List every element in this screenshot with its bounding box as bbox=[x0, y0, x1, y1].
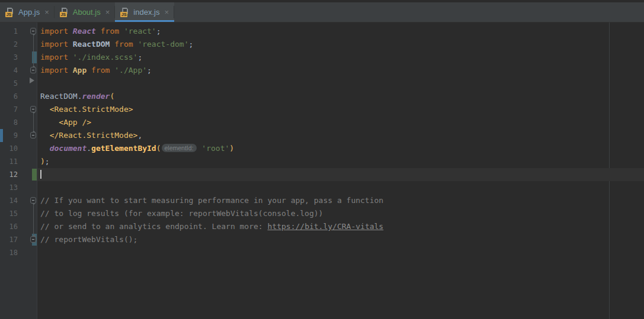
javascript-file-icon: JS bbox=[120, 8, 130, 17]
fold-region-line bbox=[33, 34, 34, 67]
fold-start-icon[interactable] bbox=[30, 106, 36, 112]
line-number: 18 bbox=[0, 246, 18, 259]
code-line-3[interactable]: 3import './index.scss'; bbox=[0, 51, 644, 64]
code-text: </React.StrictMode>, bbox=[40, 129, 644, 142]
code-line-7[interactable]: 7 <React.StrictMode> bbox=[0, 103, 644, 116]
code-line-15[interactable]: 15// to log results (for example: report… bbox=[0, 207, 644, 220]
editor-tab-bar: JSApp.js×JSAbout.js×JSindex.js× bbox=[0, 2, 644, 22]
fold-region-line bbox=[33, 112, 34, 132]
line-number: 4 bbox=[0, 64, 18, 77]
tab-appjs[interactable]: JSApp.js× bbox=[0, 2, 55, 22]
code-line-8[interactable]: 8 <App /> bbox=[0, 116, 644, 129]
parameter-hint: elementId: bbox=[162, 144, 197, 152]
line-number: 7 bbox=[0, 103, 18, 116]
code-text: // If you want to start measuring perfor… bbox=[40, 194, 644, 207]
code-line-11[interactable]: 11); bbox=[0, 155, 644, 168]
code-text: document.getElementById(elementId: 'root… bbox=[40, 142, 644, 155]
tab-aboutjs[interactable]: JSAbout.js× bbox=[55, 2, 116, 22]
fold-end-icon[interactable] bbox=[30, 132, 36, 138]
code-line-9[interactable]: 9 </React.StrictMode>, bbox=[0, 129, 644, 142]
code-line-16[interactable]: 16// or send to an analytics endpoint. L… bbox=[0, 220, 644, 233]
code-line-2[interactable]: 2import ReactDOM from 'react-dom'; bbox=[0, 38, 644, 51]
code-line-6[interactable]: 6ReactDOM.render( bbox=[0, 90, 644, 103]
tab-label: index.js bbox=[133, 8, 159, 17]
fold-end-icon[interactable] bbox=[30, 67, 36, 73]
line-number: 12 bbox=[0, 168, 18, 181]
code-line-14[interactable]: 14// If you want to start measuring perf… bbox=[0, 194, 644, 207]
tab-close-icon[interactable]: × bbox=[164, 8, 169, 17]
code-line-18[interactable]: 18 bbox=[0, 246, 644, 259]
line-number: 10 bbox=[0, 142, 18, 155]
code-line-4[interactable]: 4import App from './App'; bbox=[0, 64, 644, 77]
code-text bbox=[40, 181, 644, 194]
tab-indexjs[interactable]: JSindex.js× bbox=[115, 2, 174, 22]
code-line-17[interactable]: 17// reportWebVitals(); bbox=[0, 233, 644, 246]
code-line-5[interactable]: 5 bbox=[0, 77, 644, 90]
line-number: 14 bbox=[0, 194, 18, 207]
line-number: 11 bbox=[0, 155, 18, 168]
code-text: <App /> bbox=[40, 116, 644, 129]
code-line-1[interactable]: 1import React from 'react'; bbox=[0, 25, 644, 38]
editor-pane[interactable]: 1import React from 'react';2import React… bbox=[0, 22, 644, 319]
line-number: 6 bbox=[0, 90, 18, 103]
code-text bbox=[40, 168, 644, 181]
tab-close-icon[interactable]: × bbox=[105, 8, 110, 17]
ide-window: JSApp.js×JSAbout.js×JSindex.js× 1import … bbox=[0, 0, 644, 319]
code-text: import ReactDOM from 'react-dom'; bbox=[40, 38, 644, 51]
code-text: // or send to an analytics endpoint. Lea… bbox=[40, 220, 644, 233]
code-text: // reportWebVitals(); bbox=[40, 233, 644, 246]
fold-start-icon[interactable] bbox=[30, 197, 36, 204]
code-text: <React.StrictMode> bbox=[40, 103, 644, 116]
code-text: import App from './App'; bbox=[40, 64, 644, 77]
gutter-arrow-icon[interactable] bbox=[30, 78, 34, 83]
code-text: import './index.scss'; bbox=[40, 51, 644, 64]
code-text: ); bbox=[40, 155, 644, 168]
line-number: 17 bbox=[0, 233, 18, 246]
code-text bbox=[40, 77, 644, 90]
fold-region-line bbox=[33, 204, 34, 236]
line-number: 16 bbox=[0, 220, 18, 233]
line-number: 13 bbox=[0, 181, 18, 194]
code-text: // to log results (for example: reportWe… bbox=[40, 207, 644, 220]
line-number: 3 bbox=[0, 51, 18, 64]
code-line-12[interactable]: 12 bbox=[0, 168, 644, 181]
tab-label: App.js bbox=[18, 8, 40, 17]
tab-label: About.js bbox=[73, 8, 101, 17]
line-number: 5 bbox=[0, 77, 18, 90]
code-line-13[interactable]: 13 bbox=[0, 181, 644, 194]
line-number: 1 bbox=[0, 25, 18, 38]
javascript-file-icon: JS bbox=[60, 8, 69, 17]
code-text bbox=[40, 246, 644, 259]
line-number: 2 bbox=[0, 38, 18, 51]
code-text: import React from 'react'; bbox=[40, 25, 644, 38]
tab-separator bbox=[174, 6, 174, 18]
tab-close-icon[interactable]: × bbox=[44, 8, 49, 17]
fold-end-icon[interactable] bbox=[30, 236, 36, 243]
left-edge-indicator bbox=[0, 129, 3, 142]
code-text: ReactDOM.render( bbox=[40, 90, 644, 103]
comment-hyperlink[interactable]: https://bit.ly/CRA-vitals bbox=[268, 222, 384, 231]
line-number: 15 bbox=[0, 207, 18, 220]
fold-start-icon[interactable] bbox=[30, 28, 36, 34]
code-line-10[interactable]: 10 document.getElementById(elementId: 'r… bbox=[0, 142, 644, 155]
text-caret bbox=[40, 170, 41, 179]
line-number: 8 bbox=[0, 116, 18, 129]
javascript-file-icon: JS bbox=[5, 8, 15, 17]
vcs-change-marker[interactable] bbox=[32, 169, 37, 181]
